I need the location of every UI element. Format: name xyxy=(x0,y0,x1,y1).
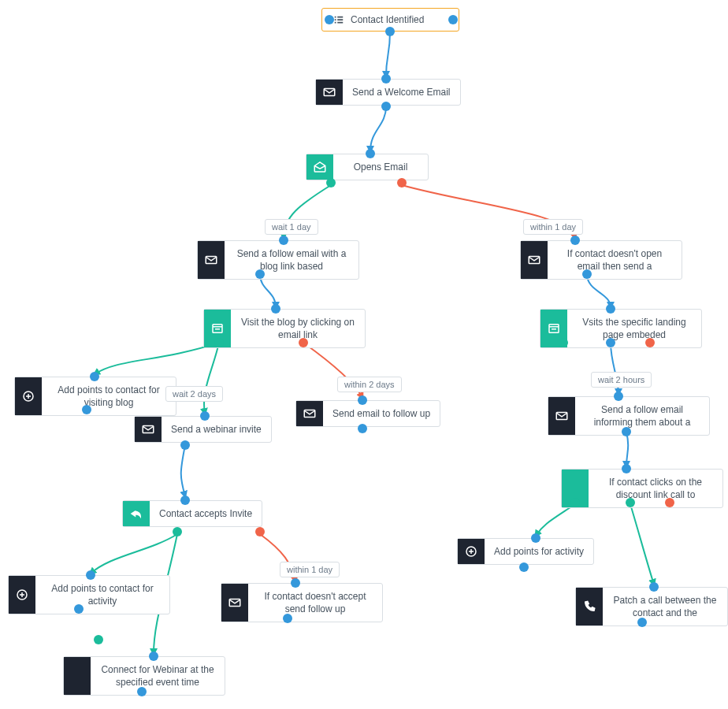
node-no-open[interactable]: If contact doesn't open email then send … xyxy=(520,240,682,280)
port-top[interactable] xyxy=(366,149,375,158)
mail-icon xyxy=(221,584,248,622)
port-top[interactable] xyxy=(606,304,615,314)
reply-icon xyxy=(123,501,150,526)
mail-icon xyxy=(548,397,575,435)
node-accepts-invite[interactable]: Contact accepts Invite xyxy=(122,500,262,527)
port-bottom[interactable] xyxy=(622,427,631,436)
port-left[interactable] xyxy=(325,15,334,24)
phone-icon xyxy=(576,588,603,625)
node-label: Add points for activity xyxy=(494,545,584,558)
node-label: Visit the blog by clicking on email link xyxy=(240,316,355,341)
port-extra[interactable] xyxy=(94,635,103,644)
port-yes[interactable] xyxy=(173,527,182,536)
port-yes[interactable] xyxy=(326,178,336,187)
port-top[interactable] xyxy=(358,395,367,405)
node-points-activity-right[interactable]: Add points for activity xyxy=(457,538,594,565)
node-follow-blog[interactable]: Send a follow email with a blog link bas… xyxy=(197,240,359,280)
port-yes[interactable] xyxy=(214,338,224,347)
port-bottom[interactable] xyxy=(255,269,265,279)
add-points-icon xyxy=(9,576,35,614)
node-label: Patch a call between the contact and the xyxy=(612,594,718,619)
node-points-blog[interactable]: Add points to contact for visiting blog xyxy=(14,377,176,416)
action-icon xyxy=(64,657,91,695)
port-top[interactable] xyxy=(200,411,210,421)
node-label: Connect for Webinar at the specified eve… xyxy=(100,663,215,689)
node-label: Add points to contact for activity xyxy=(45,582,160,607)
port-bottom[interactable] xyxy=(82,405,91,414)
node-points-activity-left[interactable]: Add points to contact for activity xyxy=(8,575,170,614)
port-no[interactable] xyxy=(255,527,265,536)
port-no[interactable] xyxy=(665,498,674,507)
port-top[interactable] xyxy=(622,464,631,473)
node-label: Contact accepts Invite xyxy=(159,507,252,520)
port-no[interactable] xyxy=(645,338,655,347)
port-top[interactable] xyxy=(531,533,540,543)
port-yes[interactable] xyxy=(570,498,580,507)
node-no-accept[interactable]: If contact doesn't accept send follow up xyxy=(221,583,383,622)
node-label: Send a Welcome Email xyxy=(352,86,451,98)
port-bottom[interactable] xyxy=(637,618,647,627)
port-top[interactable] xyxy=(86,570,95,580)
node-patch-call[interactable]: Patch a call between the contact and the xyxy=(575,587,728,626)
port-top[interactable] xyxy=(149,651,158,661)
badge-wait-1-day: wait 1 day xyxy=(265,219,318,235)
badge-within-2-days: within 2 days xyxy=(337,377,402,392)
start-label: Contact Identified xyxy=(351,13,424,26)
port-bottom[interactable] xyxy=(606,338,615,347)
port-yes[interactable] xyxy=(559,338,568,347)
port-top[interactable] xyxy=(279,236,288,245)
node-label: Send a follow email with a blog link bas… xyxy=(234,247,349,273)
node-visit-blog[interactable]: Visit the blog by clicking on email link xyxy=(203,309,366,348)
port-top[interactable] xyxy=(649,582,659,592)
port-no[interactable] xyxy=(397,178,407,187)
open-mail-icon xyxy=(306,154,333,180)
mail-icon xyxy=(296,401,323,426)
mail-icon xyxy=(316,80,343,105)
port-bottom[interactable] xyxy=(137,687,147,696)
node-label: Opens Email xyxy=(354,161,408,173)
port-yes2[interactable] xyxy=(626,498,635,507)
badge-within-1-day-b: within 1 day xyxy=(280,562,340,577)
add-points-icon xyxy=(15,377,42,415)
port-top[interactable] xyxy=(90,372,99,381)
badge-wait-2-hours: wait 2 hours xyxy=(591,372,652,388)
port-bottom[interactable] xyxy=(385,27,395,36)
port-bottom[interactable] xyxy=(74,604,84,614)
port-bottom[interactable] xyxy=(180,440,190,450)
mail-icon xyxy=(521,241,548,279)
node-label: Send a follow email informing them about… xyxy=(585,403,700,429)
mail-icon xyxy=(135,417,162,442)
node-label: Add points to contact for visiting blog xyxy=(51,384,166,409)
port-bottom[interactable] xyxy=(582,269,592,279)
port-top[interactable] xyxy=(271,304,280,314)
add-points-icon xyxy=(458,539,485,564)
node-discount-click[interactable]: If contact clicks on the discount link c… xyxy=(561,469,723,508)
port-bottom[interactable] xyxy=(283,614,292,623)
badge-within-1-day: within 1 day xyxy=(523,219,583,235)
node-label: Send email to follow up xyxy=(332,407,430,420)
port-top[interactable] xyxy=(291,578,300,588)
port-top[interactable] xyxy=(180,496,190,505)
port-top[interactable] xyxy=(614,392,623,401)
port-right[interactable] xyxy=(448,15,458,24)
mail-icon xyxy=(198,241,225,279)
port-bottom[interactable] xyxy=(381,102,391,111)
node-label: If contact doesn't open email then send … xyxy=(557,247,672,273)
port-no[interactable] xyxy=(299,338,308,347)
node-label: If contact clicks on the discount link c… xyxy=(598,476,713,501)
port-bottom[interactable] xyxy=(519,562,529,572)
node-label: Send a webinar invite xyxy=(171,423,262,436)
port-top[interactable] xyxy=(381,74,391,84)
badge-wait-2-days: wait 2 days xyxy=(165,386,223,402)
list-icon xyxy=(333,14,344,25)
port-top[interactable] xyxy=(570,236,580,245)
port-bottom[interactable] xyxy=(358,424,367,433)
node-label: If contact doesn't accept send follow up xyxy=(258,590,373,615)
node-email-follow-up[interactable]: Send email to follow up xyxy=(295,400,440,427)
node-label: Vsits the specific landing page embeded xyxy=(577,316,692,341)
